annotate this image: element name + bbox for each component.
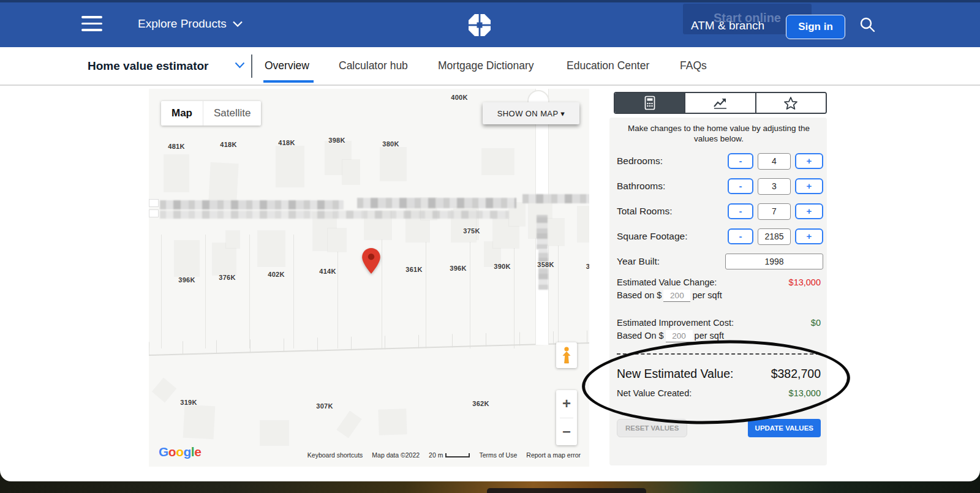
tab-overview[interactable]: Overview <box>265 47 309 85</box>
price-label[interactable]: 396K <box>450 265 467 272</box>
blurred-area <box>160 200 344 209</box>
update-values-button[interactable]: UPDATE VALUES <box>748 419 821 437</box>
total-rooms-increment-button[interactable]: + <box>795 203 823 219</box>
product-selector[interactable]: Home value estimator <box>88 47 208 85</box>
reset-values-button[interactable]: RESET VALUES <box>617 419 687 437</box>
square-footage-row: Square Footage: - + <box>617 227 823 246</box>
price-label[interactable]: 400K <box>451 94 468 101</box>
map-building <box>260 421 288 445</box>
map-scale: 20 m <box>429 451 470 459</box>
bathrooms-increment-button[interactable]: + <box>795 178 823 194</box>
new-estimated-value-amount: $382,700 <box>771 367 821 381</box>
tab-faqs[interactable]: FAQs <box>680 47 707 85</box>
basis-suffix: per sqft <box>692 290 722 300</box>
estimated-improvement-cost-label: Estimated Improvement Cost: <box>617 318 734 328</box>
bedrooms-decrement-button[interactable]: - <box>728 153 753 169</box>
price-label[interactable]: 396K <box>178 276 195 284</box>
blurred-area <box>522 194 589 203</box>
bathrooms-value-input[interactable] <box>758 178 791 195</box>
map-building <box>175 241 199 276</box>
price-label[interactable]: 380K <box>382 140 399 148</box>
net-value-created-amount: $13,000 <box>789 388 821 398</box>
nav-divider <box>251 55 252 78</box>
improvement-cost-basis-row: Based On $per sqft <box>617 330 823 342</box>
tab-education-center[interactable]: Education Center <box>567 47 649 85</box>
total-rooms-row: Total Rooms: - + <box>617 202 823 220</box>
bedrooms-label: Bedrooms: <box>617 156 663 167</box>
price-label[interactable]: 307K <box>316 402 333 410</box>
price-label[interactable]: 402K <box>268 271 285 278</box>
google-logo[interactable]: Google <box>159 445 201 459</box>
tab-favorites[interactable] <box>755 93 826 113</box>
year-built-label: Year Built: <box>617 256 660 267</box>
map-canvas[interactable]: 400K 481K 418K 418K 398K 380K 375K 396K … <box>149 89 589 467</box>
square-footage-value-input[interactable] <box>758 228 791 245</box>
value-per-sqft-input[interactable] <box>663 290 690 302</box>
map-building <box>276 146 304 187</box>
bedrooms-value-input[interactable] <box>758 153 791 170</box>
star-icon <box>783 96 798 110</box>
tab-calculator[interactable] <box>615 93 684 113</box>
price-label[interactable]: 376K <box>219 274 236 281</box>
explore-products-menu[interactable]: Explore Products <box>138 0 243 47</box>
price-label[interactable]: 418K <box>220 141 237 148</box>
search-icon[interactable] <box>859 16 876 33</box>
scale-label: 20 m <box>429 451 443 459</box>
map-view-button[interactable]: Map <box>161 101 203 126</box>
street-view-pegman-icon[interactable] <box>556 342 577 368</box>
total-rooms-value-input[interactable] <box>758 203 791 220</box>
price-label[interactable]: 319K <box>180 399 197 406</box>
price-label[interactable]: 481K <box>168 143 185 150</box>
year-built-row: Year Built: <box>617 252 823 271</box>
year-built-input[interactable] <box>725 254 823 269</box>
keyboard-shortcuts-link[interactable]: Keyboard shortcuts <box>307 451 363 459</box>
map-building <box>578 206 589 242</box>
sign-in-button[interactable]: Sign in <box>786 15 845 39</box>
chase-logo-icon[interactable] <box>467 13 492 37</box>
price-label[interactable]: 3 <box>586 263 589 270</box>
bathrooms-decrement-button[interactable]: - <box>728 178 753 194</box>
price-label[interactable]: 375K <box>463 227 480 235</box>
total-rooms-decrement-button[interactable]: - <box>728 203 753 219</box>
explore-products-label: Explore Products <box>138 17 227 31</box>
satellite-view-button[interactable]: Satellite <box>203 101 261 126</box>
terms-of-use-link[interactable]: Terms of Use <box>479 451 517 459</box>
show-on-map-button[interactable]: SHOW ON MAP ▾ <box>483 102 579 124</box>
blurred-area <box>538 249 548 290</box>
bedrooms-increment-button[interactable]: + <box>795 153 823 169</box>
zoom-in-button[interactable]: + <box>556 390 577 418</box>
bedrooms-row: Bedrooms: - + <box>617 152 823 170</box>
tab-mortgage-dictionary[interactable]: Mortgage Dictionary <box>438 47 534 85</box>
cost-per-sqft-input[interactable] <box>666 330 693 342</box>
price-label[interactable]: 418K <box>278 139 295 146</box>
map-building <box>547 219 564 246</box>
tab-calculator-hub[interactable]: Calculator hub <box>339 47 408 85</box>
price-label[interactable]: 362K <box>472 400 489 407</box>
price-label[interactable]: 398K <box>328 137 345 144</box>
map-data-label: Map data ©2022 <box>372 451 420 459</box>
price-label[interactable]: 390K <box>494 263 511 270</box>
map-pin-icon[interactable] <box>362 248 380 276</box>
blurred-area <box>357 198 516 208</box>
zoom-out-button[interactable]: − <box>556 418 577 446</box>
report-map-error-link[interactable]: Report a map error <box>526 451 581 459</box>
price-label[interactable]: 361K <box>405 266 423 273</box>
map-building <box>153 378 176 402</box>
price-label[interactable]: 414K <box>319 268 336 275</box>
logo-letter: o <box>176 445 183 459</box>
atm-branch-link[interactable]: ATM & branch <box>691 19 764 32</box>
square-footage-decrement-button[interactable]: - <box>728 228 753 244</box>
square-footage-increment-button[interactable]: + <box>795 228 823 244</box>
map-building <box>379 409 406 435</box>
product-navigation: Home value estimator Overview Calculator… <box>0 47 980 86</box>
map-building <box>164 155 189 192</box>
map-building <box>226 231 239 248</box>
estimated-value-change-label: Estimated Value Change: <box>617 277 717 287</box>
price-label[interactable]: 358K <box>537 261 554 268</box>
scale-bar <box>445 453 470 457</box>
calculator-icon <box>644 96 656 110</box>
tab-value-trend[interactable] <box>684 93 755 113</box>
map-building <box>342 160 360 184</box>
menu-icon[interactable] <box>81 16 102 32</box>
chevron-down-icon[interactable] <box>235 62 245 69</box>
